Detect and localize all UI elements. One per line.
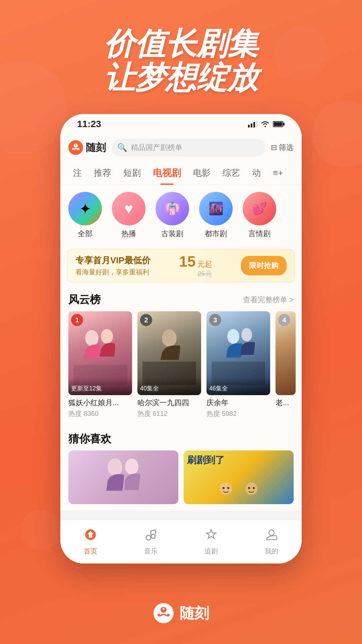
- ranking-item-4[interactable]: 4 老...: [276, 311, 296, 418]
- category-urban-label: 都市剧: [205, 229, 227, 239]
- rank-ep-3: 46集全: [206, 378, 270, 395]
- guess-item-1[interactable]: [68, 450, 178, 504]
- svg-point-16: [227, 329, 239, 344]
- svg-rect-5: [283, 123, 285, 125]
- category-hot-label: 热播: [121, 229, 136, 239]
- svg-point-20: [125, 459, 138, 475]
- price-old: 25元: [197, 269, 212, 278]
- vip-text-area: 专享首月VIP最低价 看海量好剧，享多重福利: [75, 255, 150, 277]
- ranking-thumb-1: 1 更新至12集: [68, 311, 132, 395]
- svg-rect-3: [256, 121, 257, 127]
- nav-tab-animation[interactable]: 动: [246, 161, 267, 185]
- price-unit: 元起: [197, 259, 212, 269]
- guess-art-1: [95, 454, 152, 501]
- category-all-icon: ✦: [68, 192, 102, 225]
- category-urban-icon: 🌆: [199, 192, 233, 225]
- signal-icon: [248, 121, 257, 127]
- guess-face-1: [216, 481, 236, 501]
- category-ancient[interactable]: 👘 古装剧: [156, 192, 189, 239]
- vip-title: 专享首月VIP最低价: [75, 255, 150, 266]
- ranking-heat-1: 热度 8360: [68, 409, 132, 418]
- ranking-list: 1 更新至12集 狐妖小红: [60, 311, 302, 425]
- guess-label-2: 刷剧到了: [187, 454, 225, 467]
- poster-art-2: [142, 318, 196, 385]
- bottom-nav-track[interactable]: 追剧: [181, 520, 241, 564]
- nav-tab-variety[interactable]: 综艺: [217, 161, 246, 185]
- bottom-nav-home[interactable]: 首页: [60, 520, 121, 564]
- nav-tab-more[interactable]: ≡+: [267, 161, 289, 185]
- svg-point-36: [158, 614, 160, 616]
- svg-point-32: [269, 530, 274, 535]
- vip-buy-button[interactable]: 限时抢购: [241, 256, 287, 275]
- phone-content: ✦ 全部 ♥ 热播 👘 古装剧: [60, 185, 302, 511]
- ranking-item-2[interactable]: 2 40集全 哈尔滨一九四四 热度 6112: [137, 311, 201, 418]
- brand-logo-icon: [153, 602, 174, 624]
- home-label: 首页: [84, 547, 97, 556]
- status-time: 11:23: [77, 119, 101, 129]
- ranking-item-3[interactable]: 3 46集全 庆余年 热度 59: [206, 311, 270, 418]
- search-bar[interactable]: 🔍 精品国产剧榜单: [111, 139, 265, 156]
- ranking-title: 风云榜: [68, 292, 101, 307]
- svg-point-35: [163, 608, 165, 610]
- category-urban[interactable]: 🌆 都市剧: [199, 192, 233, 239]
- price-main: 15: [179, 253, 195, 270]
- phone-frame: 11:23: [60, 114, 302, 564]
- search-icon: 🔍: [117, 143, 127, 152]
- svg-point-17: [241, 328, 252, 341]
- filter-button[interactable]: ⊟ 筛选: [271, 143, 294, 153]
- ranking-name-3: 庆余年: [206, 398, 270, 408]
- svg-rect-29: [89, 534, 92, 538]
- logo-svg-icon: [68, 140, 83, 155]
- mine-icon: [265, 528, 278, 544]
- rank-badge-1: 1: [71, 314, 83, 326]
- bottom-brand: 随刻: [0, 602, 362, 624]
- ranking-heat-2: 热度 6112: [137, 409, 201, 418]
- guess-item-2[interactable]: 刷剧到了: [184, 450, 294, 504]
- nav-tab-shorts[interactable]: 短剧: [117, 161, 147, 185]
- svg-point-13: [101, 329, 113, 344]
- svg-point-25: [248, 487, 250, 489]
- svg-point-19: [108, 459, 122, 476]
- rank-ep-1: 更新至12集: [68, 378, 132, 395]
- categories-row: ✦ 全部 ♥ 热播 👘 古装剧: [60, 185, 302, 246]
- poster-art-3: [212, 318, 265, 385]
- bottom-nav-mine[interactable]: 我的: [241, 520, 302, 564]
- guess-section-header: 猜你喜欢: [60, 425, 302, 450]
- svg-point-26: [253, 487, 255, 489]
- ranking-item-1[interactable]: 1 更新至12集 狐妖小红: [68, 311, 132, 418]
- category-ancient-icon: 👘: [156, 192, 189, 225]
- nav-tab-follow[interactable]: 注: [67, 161, 88, 185]
- category-romance[interactable]: 💕 言情剧: [243, 192, 276, 239]
- svg-point-9: [75, 144, 76, 146]
- mine-label: 我的: [265, 547, 278, 556]
- category-hot[interactable]: ♥ 热播: [112, 192, 145, 239]
- category-hot-icon: ♥: [112, 192, 145, 225]
- svg-point-22: [223, 487, 225, 489]
- guess-grid: 刷剧到了: [60, 450, 302, 504]
- ranking-section-header: 风云榜 查看完整榜单 >: [60, 286, 302, 311]
- track-icon: [205, 528, 218, 544]
- nav-tabs: 注 推荐 短剧 电视剧 电影 综艺 动 ≡+: [60, 161, 302, 185]
- category-all[interactable]: ✦ 全部: [68, 192, 102, 239]
- vip-banner[interactable]: 专享首月VIP最低价 看海量好剧，享多重福利 15 元起 25元 限时抢购: [67, 249, 295, 282]
- logo-text: 随刻: [86, 141, 106, 155]
- vip-subtitle: 看海量好剧，享多重福利: [75, 268, 150, 277]
- category-romance-label: 言情剧: [248, 229, 270, 239]
- app-logo[interactable]: 随刻: [68, 140, 106, 155]
- ranking-thumb-3: 3 46集全: [206, 311, 270, 395]
- bottom-nav-music[interactable]: 音乐: [121, 520, 181, 564]
- poster-art-1: [73, 318, 127, 385]
- music-icon: [144, 528, 157, 544]
- ranking-name-4: 老...: [276, 398, 296, 408]
- nav-tab-movie[interactable]: 电影: [187, 161, 217, 185]
- ranking-more-link[interactable]: 查看完整榜单 >: [243, 295, 294, 305]
- phone-content-area: ✦ 全部 ♥ 热播 👘 古装剧: [60, 185, 302, 564]
- bottom-nav: 首页 音乐 追剧: [60, 520, 302, 564]
- home-icon: [84, 528, 97, 544]
- svg-point-31: [151, 534, 155, 538]
- nav-tab-recommend[interactable]: 推荐: [88, 161, 117, 185]
- category-ancient-label: 古装剧: [161, 229, 183, 239]
- brand-name: 随刻: [180, 603, 209, 623]
- svg-point-14: [162, 329, 177, 347]
- nav-tab-tv[interactable]: 电视剧: [147, 161, 187, 185]
